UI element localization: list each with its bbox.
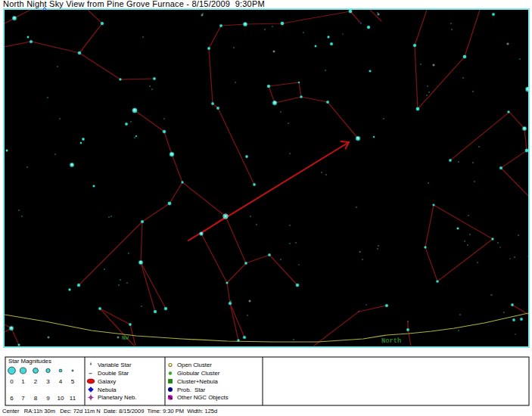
- svg-text:Other NGC Objects: Other NGC Objects: [177, 394, 229, 401]
- svg-text:Nebula: Nebula: [98, 387, 117, 393]
- svg-text:Variable Star: Variable Star: [98, 362, 132, 368]
- svg-text:1: 1: [21, 378, 25, 385]
- svg-text:North Night Sky View from Pine: North Night Sky View from Pine Grove Fur…: [3, 0, 265, 8]
- svg-text:5: 5: [71, 378, 75, 385]
- svg-text:Open Cluster: Open Cluster: [177, 362, 212, 368]
- svg-text:Star Magnitudes: Star Magnitudes: [8, 358, 51, 365]
- svg-text:NW: NW: [122, 335, 129, 341]
- svg-text:North: North: [381, 337, 401, 345]
- svg-text:4: 4: [59, 378, 63, 385]
- svg-text:Center RA:11h 30m Dec: 72d: Center RA:11h 30m Dec: 72d 11m N Date: 8…: [2, 408, 217, 414]
- svg-text:Planetary Neb.: Planetary Neb.: [98, 394, 137, 401]
- svg-text:6: 6: [10, 395, 14, 402]
- svg-text:0: 0: [10, 378, 14, 385]
- svg-text:Cluster+Nebula: Cluster+Nebula: [177, 378, 219, 385]
- svg-text:11: 11: [70, 395, 76, 402]
- svg-text:2: 2: [34, 378, 38, 385]
- svg-text:10: 10: [58, 395, 64, 402]
- svg-text:9: 9: [46, 395, 50, 402]
- svg-text:Galaxy: Galaxy: [98, 378, 116, 385]
- svg-text:8: 8: [34, 395, 38, 402]
- svg-text:7: 7: [21, 395, 25, 402]
- svg-text:Prob. Star: Prob. Star: [177, 387, 206, 393]
- svg-text:3: 3: [46, 378, 50, 385]
- svg-text:Double Star: Double Star: [98, 370, 129, 377]
- svg-text:Globular Cluster: Globular Cluster: [177, 370, 220, 377]
